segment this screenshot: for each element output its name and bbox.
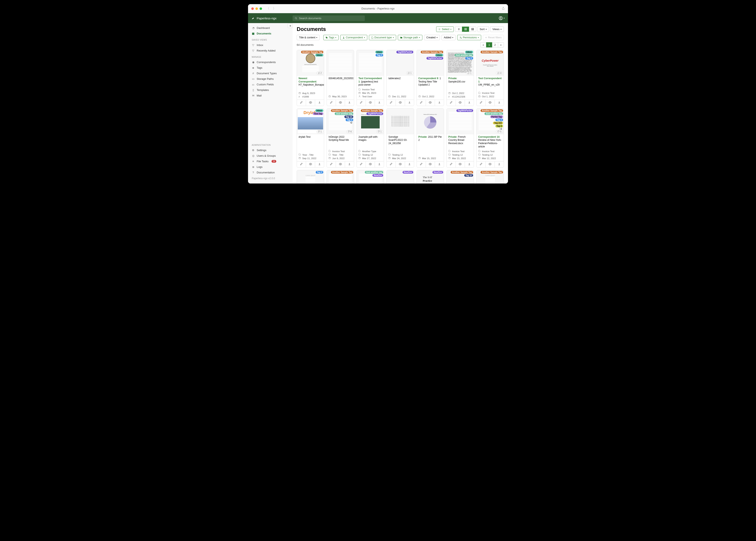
- tag-badge[interactable]: TagWithPartial: [366, 112, 383, 115]
- card-title[interactable]: Private: Sample100.csv: [448, 77, 472, 83]
- tag-badge[interactable]: Tag 12: [464, 174, 473, 177]
- nav-storage-paths[interactable]: ▭Storage Paths: [248, 76, 293, 82]
- card-title[interactable]: drylab Test: [299, 136, 322, 139]
- preview-button[interactable]: [306, 162, 315, 168]
- sort-button[interactable]: Sort▾: [477, 26, 489, 32]
- thumbnail[interactable]: CyberPowerPowerPanel® Business EditionUs…: [477, 50, 504, 76]
- edit-button[interactable]: [447, 162, 456, 168]
- card-title[interactable]: InDesign 2022 Scripting Read Me: [328, 136, 352, 142]
- nav-tags[interactable]: ◈Tags: [248, 65, 293, 71]
- card-title[interactable]: Newest Correspondent: H7_Napoleon_Bonapa…: [299, 77, 322, 87]
- download-button[interactable]: [375, 100, 384, 106]
- tag-badge[interactable]: Tag 222: [493, 122, 503, 124]
- thumbnail[interactable]: InboxTag 2: [357, 50, 384, 76]
- nav-dashboard[interactable]: ◔Dashboard: [248, 25, 293, 31]
- view-details[interactable]: [469, 27, 476, 32]
- tag-badge[interactable]: NewOne: [372, 174, 383, 177]
- thumbnail[interactable]: Drylab▸InboxTest Tag1: [297, 109, 324, 134]
- page-prev[interactable]: «: [480, 42, 486, 47]
- document-card[interactable]: NewOne: [386, 170, 414, 184]
- download-button[interactable]: [405, 162, 414, 168]
- preview-button[interactable]: [336, 162, 345, 168]
- tag-badge[interactable]: Another Sample Tag: [331, 109, 353, 112]
- thumbnail[interactable]: TagWithPartial1: [387, 50, 414, 76]
- thumbnail[interactable]: Referral BP Distribution 2011: [417, 109, 444, 134]
- document-card[interactable]: Another Sample TagInboxTagWithPartialCor…: [417, 50, 444, 106]
- tag-badge[interactable]: Inbox: [375, 51, 383, 53]
- zoom-window[interactable]: [260, 7, 262, 10]
- nav-users-groups[interactable]: ◎Users & Groups: [248, 153, 293, 159]
- card-title[interactable]: Correspondent 14: Review-of-New-York-Fed…: [478, 136, 502, 148]
- thumbnail[interactable]: Another Sample TagJust another tagPartia…: [477, 109, 504, 134]
- tag-badge[interactable]: Tag 2: [465, 57, 473, 60]
- minimize-window[interactable]: [255, 7, 258, 10]
- edit-button[interactable]: [357, 100, 366, 106]
- preview-button[interactable]: [426, 100, 435, 106]
- filter-storage-path[interactable]: Storage path▾: [398, 35, 423, 40]
- card-title[interactable]: Private: French Country Bread Revised.do…: [448, 136, 472, 145]
- preview-button[interactable]: [306, 100, 315, 106]
- document-card[interactable]: Another Sample Tag: [327, 170, 354, 184]
- select-button[interactable]: Select▾: [436, 26, 454, 32]
- nav-file-tasks[interactable]: ≡File Tasks16: [248, 159, 293, 164]
- preview-button[interactable]: [456, 162, 465, 168]
- edit-button[interactable]: [357, 162, 366, 168]
- preview-button[interactable]: [366, 100, 375, 106]
- edit-button[interactable]: [477, 100, 486, 106]
- thumbnail[interactable]: Satellite imagery documentation sampleAn…: [357, 109, 384, 134]
- more-tags[interactable]: +3: [499, 128, 503, 130]
- tag-badge[interactable]: Inbox: [465, 51, 473, 53]
- preview-button[interactable]: [336, 100, 345, 106]
- download-button[interactable]: [345, 100, 354, 106]
- tag-badge[interactable]: TagWithPartial: [426, 57, 443, 60]
- tag-badge[interactable]: Just another tag: [365, 171, 383, 174]
- nav-logs[interactable]: ≣Logs: [248, 164, 293, 170]
- download-button[interactable]: [345, 162, 354, 168]
- document-card[interactable]: The SATPracticeTest #1Make time to take …: [417, 170, 444, 184]
- edit-button[interactable]: [387, 100, 396, 106]
- tag-badge[interactable]: Just another tag: [484, 112, 503, 115]
- document-card[interactable]: TagWithPartialPrivate: French Country Br…: [447, 109, 474, 168]
- card-title[interactable]: tablerates2: [388, 77, 412, 80]
- download-button[interactable]: [435, 162, 444, 168]
- thumbnail[interactable]: TagWithPartial: [447, 109, 474, 134]
- tag-badge[interactable]: Tag 12: [344, 116, 353, 118]
- card-title[interactable]: Test Correspondent 1: [paperless] test p…: [358, 77, 382, 87]
- user-menu[interactable]: ▾: [499, 16, 505, 20]
- tag-badge[interactable]: Another Sample Tag: [301, 51, 324, 53]
- download-button[interactable]: [495, 162, 504, 168]
- preview-button[interactable]: [486, 162, 495, 168]
- card-title[interactable]: 0004814539_20230531: [328, 77, 352, 80]
- document-card[interactable]: Drylab▸InboxTest Tag1drylab TestYear - T…: [297, 109, 324, 168]
- document-card[interactable]: TagWithPartial1tablerates2Dec 11, 2022: [386, 50, 414, 106]
- tag-badge[interactable]: Test Tag: [313, 112, 324, 115]
- nav-custom-fields[interactable]: ⚏Custom Fields: [248, 82, 293, 87]
- tag-badge[interactable]: Just another tag: [335, 112, 353, 115]
- filter-title-content[interactable]: Title & content▾: [297, 35, 320, 40]
- thumbnail[interactable]: NewOne: [387, 170, 414, 184]
- tag-badge[interactable]: NewOne: [432, 171, 443, 174]
- tag-badge[interactable]: Partial Tag: [490, 116, 503, 118]
- document-card[interactable]: Just another tagNewOne: [357, 170, 384, 184]
- nav-settings[interactable]: ⚙Settings: [248, 148, 293, 153]
- thumbnail[interactable]: This is a text for the double space char…: [387, 109, 414, 134]
- tag-badge[interactable]: Tag 2: [376, 54, 383, 57]
- view-list[interactable]: [455, 27, 462, 32]
- thumbnail[interactable]: Serial Number,Company Name,Employ 978149…: [447, 50, 474, 76]
- document-card[interactable]: Another Sample TagTag 12: [447, 170, 474, 184]
- note-count[interactable]: 2: [317, 72, 323, 75]
- nav-correspondents[interactable]: ◉Correspondents: [248, 59, 293, 65]
- preview-button[interactable]: [366, 162, 375, 168]
- document-card[interactable]: InboxTag 2Test Correspondent 1: [paperle…: [357, 50, 384, 106]
- nav-mail[interactable]: ✉Mail: [248, 93, 293, 98]
- card-title[interactable]: Test Correspondent 1: UM_PPBE_en_v29: [478, 77, 502, 87]
- preview-button[interactable]: [486, 100, 495, 106]
- tag-badge[interactable]: TagWithPartial: [456, 109, 473, 112]
- tag-badge[interactable]: Another Sample Tag: [331, 171, 353, 174]
- tag-badge[interactable]: Another Sample Tag: [421, 51, 443, 53]
- edit-button[interactable]: [387, 162, 396, 168]
- card-title[interactable]: Correspondent 9: 1 Testing New Title Upd…: [418, 77, 442, 87]
- download-button[interactable]: [315, 162, 324, 168]
- download-button[interactable]: [495, 100, 504, 106]
- document-card[interactable]: NAPOLEON BONAPARTEAnother Sample TagInbo…: [297, 50, 324, 106]
